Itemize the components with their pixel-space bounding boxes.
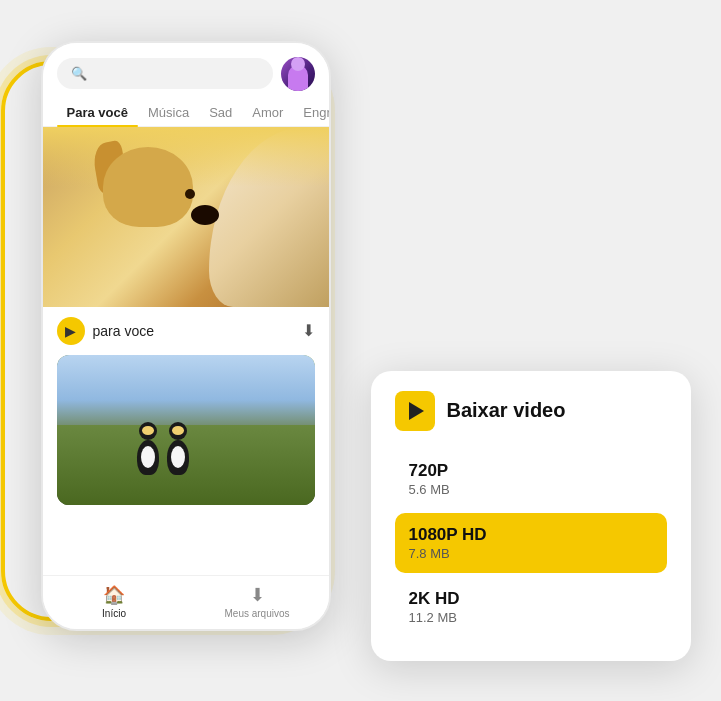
tab-sad[interactable]: Sad bbox=[199, 99, 242, 126]
scene: 🔍 Para você Música Sad Amor Engraçad bbox=[31, 21, 691, 681]
avatar-inner bbox=[281, 57, 315, 91]
penguin-right bbox=[167, 422, 189, 475]
nav-label-inicio: Início bbox=[102, 608, 126, 619]
category-tabs: Para você Música Sad Amor Engraçado bbox=[43, 99, 329, 127]
section-icon: ▶ bbox=[57, 317, 85, 345]
tab-musica[interactable]: Música bbox=[138, 99, 199, 126]
quality-size-1080p: 7.8 MB bbox=[409, 546, 653, 561]
tab-amor[interactable]: Amor bbox=[242, 99, 293, 126]
quality-label-1080p: 1080P HD bbox=[409, 525, 653, 545]
penguin-face bbox=[142, 426, 154, 435]
phone-mockup: 🔍 Para você Música Sad Amor Engraçad bbox=[41, 41, 331, 631]
quality-option-1080p[interactable]: 1080P HD 7.8 MB bbox=[395, 513, 667, 573]
download-card: Baixar video 720P 5.6 MB 1080P HD 7.8 MB… bbox=[371, 371, 691, 661]
quality-label-2k: 2K HD bbox=[409, 589, 653, 609]
quality-size-2k: 11.2 MB bbox=[409, 610, 653, 625]
card-title: Baixar video bbox=[447, 399, 566, 422]
penguin-face-2 bbox=[172, 426, 184, 435]
quality-size-720p: 5.6 MB bbox=[409, 482, 653, 497]
hero-video-thumbnail[interactable] bbox=[43, 127, 329, 307]
nav-item-inicio[interactable]: 🏠 Início bbox=[43, 584, 186, 619]
dog-nose bbox=[191, 205, 219, 225]
tab-para-voce[interactable]: Para você bbox=[57, 99, 138, 126]
penguin-belly-2 bbox=[171, 446, 185, 468]
penguin-scene bbox=[57, 355, 315, 505]
play-icon-box bbox=[395, 391, 435, 431]
section-header: ▶ para voce ⬇ bbox=[43, 307, 329, 355]
tab-engracado[interactable]: Engraçado bbox=[293, 99, 330, 126]
avatar-head bbox=[291, 57, 305, 71]
quality-option-2k[interactable]: 2K HD 11.2 MB bbox=[395, 577, 667, 637]
quality-option-720p[interactable]: 720P 5.6 MB bbox=[395, 449, 667, 509]
penguin-head bbox=[139, 422, 157, 440]
search-icon: 🔍 bbox=[71, 66, 87, 81]
card-header: Baixar video bbox=[395, 391, 667, 431]
nav-item-arquivos[interactable]: ⬇ Meus arquivos bbox=[186, 584, 329, 619]
video-thumbnail-penguins[interactable] bbox=[57, 355, 315, 505]
section-title: para voce bbox=[93, 323, 294, 339]
dog-head bbox=[103, 147, 193, 227]
avatar[interactable] bbox=[281, 57, 315, 91]
download-icon[interactable]: ⬇ bbox=[302, 321, 315, 340]
penguin-head-2 bbox=[169, 422, 187, 440]
penguin-body-2 bbox=[167, 440, 189, 475]
penguin-body bbox=[137, 440, 159, 475]
penguin-left bbox=[137, 422, 159, 475]
penguin-belly bbox=[141, 446, 155, 468]
play-triangle-icon bbox=[409, 402, 424, 420]
dog-eye bbox=[185, 189, 195, 199]
nav-label-arquivos: Meus arquivos bbox=[224, 608, 289, 619]
search-bar: 🔍 bbox=[43, 43, 329, 99]
search-input-container[interactable]: 🔍 bbox=[57, 58, 273, 89]
download-nav-icon: ⬇ bbox=[250, 584, 265, 606]
bottom-navigation: 🏠 Início ⬇ Meus arquivos bbox=[43, 575, 329, 629]
avatar-figure bbox=[288, 65, 308, 91]
quality-label-720p: 720P bbox=[409, 461, 653, 481]
home-icon: 🏠 bbox=[103, 584, 125, 606]
